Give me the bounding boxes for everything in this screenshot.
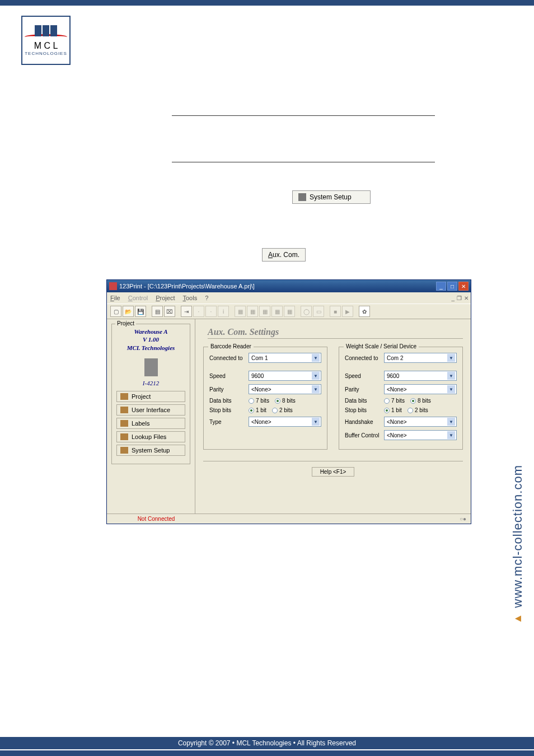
tb-c1: ▦ <box>235 306 246 317</box>
system-setup-label: System Setup <box>310 193 352 201</box>
tb-send[interactable]: ⇥ <box>181 306 192 317</box>
barcode-stopbits-2[interactable]: 2 bits <box>272 407 293 413</box>
barcode-type-select[interactable]: <None>▼ <box>249 417 321 427</box>
status-bar: Not Connected ○● <box>107 514 471 524</box>
content-pane: Aux. Com. Settings Barcode Reader Connec… <box>195 319 471 514</box>
barcode-connected-select[interactable]: Com 1▼ <box>249 353 321 363</box>
lookup-icon <box>120 433 128 440</box>
tb-b2: · <box>205 306 217 317</box>
tb-c2: ▦ <box>247 306 258 317</box>
child-close[interactable]: ✕ <box>464 295 469 301</box>
copyright: Copyright © 2007 • MCL Technologies • Al… <box>0 737 534 749</box>
tb-b1: · <box>193 306 204 317</box>
chevron-down-icon: ▼ <box>447 372 455 380</box>
menu-bar: File Control Project Tools ? _ ❐ ✕ <box>107 292 471 304</box>
project-name: Warehouse A <box>116 328 185 335</box>
barcode-databits-7[interactable]: 7 bits <box>249 398 269 404</box>
status-indicator: ○● <box>460 516 466 522</box>
tb-b3: i <box>218 306 229 317</box>
barcode-databits-8[interactable]: 8 bits <box>275 398 296 404</box>
scale-databits-8[interactable]: 8 bits <box>410 398 431 404</box>
tb-c4: ▦ <box>271 306 283 317</box>
tb-c3: ▦ <box>259 306 270 317</box>
top-bar <box>0 0 534 6</box>
chevron-down-icon: ▼ <box>312 354 320 362</box>
app-icon <box>109 282 117 290</box>
device-name: I-4212 <box>116 380 185 386</box>
sidebar-item-lookup[interactable]: Lookup Files <box>116 431 185 442</box>
help-button[interactable]: Help <F1> <box>312 467 355 477</box>
tb-save[interactable]: 💾 <box>135 306 146 317</box>
tb-d2: ▭ <box>313 306 324 317</box>
scale-stopbits-2[interactable]: 2 bits <box>407 407 428 413</box>
project-version: V 1.00 <box>116 335 185 343</box>
tb-printer[interactable]: ⌧ <box>164 306 175 317</box>
folder-icon <box>120 393 128 400</box>
menu-help[interactable]: ? <box>205 295 208 301</box>
barcode-speed-select[interactable]: 9600▼ <box>249 371 321 381</box>
tb-e2: ▶ <box>342 306 353 317</box>
chevron-down-icon: ▼ <box>447 431 455 439</box>
chevron-down-icon: ▼ <box>447 354 455 362</box>
tb-new[interactable]: ▢ <box>110 306 121 317</box>
barcode-reader-group: Barcode Reader Connected to Com 1▼ Speed… <box>203 347 327 450</box>
chevron-down-icon: ▼ <box>447 385 455 393</box>
ui-icon <box>120 407 128 413</box>
bottom-bar <box>0 750 534 756</box>
window-title: 123Print - [C:\123Print\Projects\Warehou… <box>119 283 255 290</box>
scale-connected-select[interactable]: Com 2▼ <box>384 353 457 363</box>
scale-parity-select[interactable]: <None>▼ <box>384 384 457 394</box>
close-button[interactable]: ✕ <box>458 282 469 291</box>
status-not-connected: Not Connected <box>111 516 201 522</box>
scale-stopbits-1[interactable]: 1 bit <box>384 407 402 413</box>
tb-c5: ▦ <box>284 306 295 317</box>
project-company: MCL Technologies <box>116 344 185 352</box>
scale-speed-select[interactable]: 9600▼ <box>384 371 457 381</box>
chevron-down-icon: ▼ <box>312 418 320 426</box>
toolbar: ▢ 📂 💾 ▤ ⌧ ⇥ · · i ▦ ▦ ▦ ▦ ▦ ◯ ▭ ■ ▶ ✿ <box>107 304 471 319</box>
child-minimize[interactable]: _ <box>451 295 455 301</box>
tb-e1: ■ <box>330 306 341 317</box>
barcode-parity-select[interactable]: <None>▼ <box>249 384 321 394</box>
menu-tools[interactable]: Tools <box>182 295 197 301</box>
tb-device[interactable]: ▤ <box>152 306 163 317</box>
system-setup-icon <box>298 193 306 201</box>
weight-scale-group: Weight Scale / Serial Device Connected t… <box>339 347 463 450</box>
menu-project[interactable]: Project <box>156 295 175 301</box>
tb-open[interactable]: 📂 <box>123 306 134 317</box>
scale-databits-7[interactable]: 7 bits <box>384 398 405 404</box>
scale-handshake-select[interactable]: <None>▼ <box>384 417 457 427</box>
chevron-down-icon: ▼ <box>447 418 455 426</box>
barcode-stopbits-1[interactable]: 1 bit <box>249 407 266 413</box>
scale-buffer-select[interactable]: <None>▼ <box>384 430 457 440</box>
device-image <box>144 358 158 376</box>
sidebar-item-project[interactable]: Project <box>116 391 185 402</box>
app-window: 123Print - [C:\123Print\Projects\Warehou… <box>106 279 471 524</box>
sidebar-item-ui[interactable]: User Interface <box>116 404 185 416</box>
menu-file[interactable]: File <box>110 295 120 301</box>
sidebar-item-labels[interactable]: Labels <box>116 418 185 429</box>
tb-d1: ◯ <box>301 306 312 317</box>
system-setup-button-illustration: System Setup <box>292 190 371 204</box>
aux-com-label: Aux. Com. <box>268 251 299 259</box>
sidebar: Project Warehouse A V 1.00 MCL Technolog… <box>107 319 195 514</box>
child-restore[interactable]: ❐ <box>457 295 462 301</box>
title-bar[interactable]: 123Print - [C:\123Print\Projects\Warehou… <box>107 280 471 292</box>
tb-settings[interactable]: ✿ <box>359 306 370 317</box>
minimize-button[interactable]: _ <box>436 282 446 291</box>
setup-icon <box>120 447 128 454</box>
aux-com-button-illustration: Aux. Com. <box>262 248 306 262</box>
side-url: ▸ www.mcl-collection.com <box>510 465 525 627</box>
maximize-button[interactable]: □ <box>447 282 457 291</box>
chevron-down-icon: ▼ <box>312 372 320 380</box>
project-group-label: Project <box>115 320 136 326</box>
labels-icon <box>120 420 128 427</box>
mcl-logo: M C L TECHNOLOGIES <box>21 16 71 65</box>
content-heading: Aux. Com. Settings <box>208 327 463 339</box>
chevron-down-icon: ▼ <box>312 385 320 393</box>
sidebar-item-system-setup[interactable]: System Setup <box>116 445 185 456</box>
menu-control[interactable]: Control <box>128 295 148 301</box>
